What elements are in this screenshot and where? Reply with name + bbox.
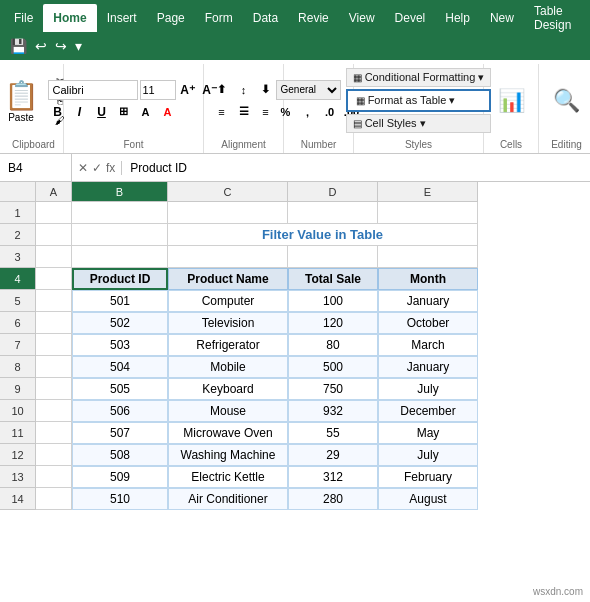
tab-page[interactable]: Page	[147, 4, 195, 32]
cell-r12-c2[interactable]: Washing Machine	[168, 444, 288, 466]
cell-r13-c1[interactable]: 509	[72, 466, 168, 488]
tab-table-design[interactable]: Table Design	[524, 4, 581, 32]
fx-button[interactable]: fx	[106, 161, 115, 175]
row-header-8[interactable]: 8	[0, 356, 36, 378]
cell-r2-c0[interactable]	[36, 224, 72, 246]
cell-r13-c4[interactable]: February	[378, 466, 478, 488]
cell-r11-c4[interactable]: May	[378, 422, 478, 444]
cell-r2-c1[interactable]	[72, 224, 168, 246]
cell-r13-c2[interactable]: Electric Kettle	[168, 466, 288, 488]
font-name-input[interactable]	[48, 80, 138, 100]
cell-r7-c1[interactable]: 503	[72, 334, 168, 356]
align-center-button[interactable]: ☰	[234, 102, 254, 122]
cell-r11-c3[interactable]: 55	[288, 422, 378, 444]
tab-data[interactable]: Data	[243, 4, 288, 32]
align-top-button[interactable]: ⬆	[212, 80, 232, 100]
cell-r3-c0[interactable]	[36, 246, 72, 268]
undo-button[interactable]: ↩	[33, 36, 49, 56]
cell-r10-c4[interactable]: December	[378, 400, 478, 422]
cell-r7-c4[interactable]: March	[378, 334, 478, 356]
number-format-select[interactable]: General	[276, 80, 341, 100]
row-header-2[interactable]: 2	[0, 224, 36, 246]
formula-input[interactable]: Product ID	[122, 161, 590, 175]
row-header-9[interactable]: 9	[0, 378, 36, 400]
tab-form[interactable]: Form	[195, 4, 243, 32]
cell-r8-c4[interactable]: January	[378, 356, 478, 378]
cell-r14-c1[interactable]: 510	[72, 488, 168, 510]
col-header-a[interactable]: A	[36, 182, 72, 202]
tab-revie[interactable]: Revie	[288, 4, 339, 32]
col-header-d[interactable]: D	[288, 182, 378, 202]
align-bottom-button[interactable]: ⬇	[256, 80, 276, 100]
cell-r11-c0[interactable]	[36, 422, 72, 444]
bold-button[interactable]: B	[48, 102, 68, 122]
row-header-12[interactable]: 12	[0, 444, 36, 466]
tab-tell-me[interactable]: Tell me	[581, 4, 590, 32]
cell-r1-c3[interactable]	[288, 202, 378, 224]
cell-r2-c2[interactable]: Filter Value in Table	[168, 224, 478, 246]
cell-r9-c3[interactable]: 750	[288, 378, 378, 400]
cancel-formula-button[interactable]: ✕	[78, 161, 88, 175]
percent-button[interactable]: %	[276, 102, 296, 122]
underline-button[interactable]: U	[92, 102, 112, 122]
cell-r6-c3[interactable]: 120	[288, 312, 378, 334]
tab-insert[interactable]: Insert	[97, 4, 147, 32]
confirm-formula-button[interactable]: ✓	[92, 161, 102, 175]
cell-r10-c1[interactable]: 506	[72, 400, 168, 422]
cell-r12-c0[interactable]	[36, 444, 72, 466]
cell-r9-c0[interactable]	[36, 378, 72, 400]
cell-r6-c1[interactable]: 502	[72, 312, 168, 334]
cell-r12-c4[interactable]: July	[378, 444, 478, 466]
redo-button[interactable]: ↪	[53, 36, 69, 56]
align-middle-button[interactable]: ↕	[234, 80, 254, 100]
cell-r7-c0[interactable]	[36, 334, 72, 356]
format-as-table-button[interactable]: ▦ Format as Table ▾	[346, 89, 492, 112]
tab-home[interactable]: Home	[43, 4, 96, 32]
more-button[interactable]: ▾	[73, 36, 84, 56]
align-left-button[interactable]: ≡	[212, 102, 232, 122]
increase-decimal-button[interactable]: .0	[320, 102, 340, 122]
cell-r10-c2[interactable]: Mouse	[168, 400, 288, 422]
cell-styles-button[interactable]: ▤ Cell Styles ▾	[346, 114, 492, 133]
tab-file[interactable]: File	[4, 4, 43, 32]
cell-r4-c4[interactable]: Month	[378, 268, 478, 290]
cell-r9-c2[interactable]: Keyboard	[168, 378, 288, 400]
cell-r5-c1[interactable]: 501	[72, 290, 168, 312]
cell-r14-c0[interactable]	[36, 488, 72, 510]
cell-r1-c2[interactable]	[168, 202, 288, 224]
font-size-input[interactable]	[140, 80, 176, 100]
cell-r3-c1[interactable]	[72, 246, 168, 268]
tab-devel[interactable]: Devel	[385, 4, 436, 32]
row-header-6[interactable]: 6	[0, 312, 36, 334]
cell-r5-c3[interactable]: 100	[288, 290, 378, 312]
tab-view[interactable]: View	[339, 4, 385, 32]
cell-r7-c2[interactable]: Refrigerator	[168, 334, 288, 356]
italic-button[interactable]: I	[70, 102, 90, 122]
cell-r8-c3[interactable]: 500	[288, 356, 378, 378]
cell-r14-c4[interactable]: August	[378, 488, 478, 510]
row-header-1[interactable]: 1	[0, 202, 36, 224]
tab-new[interactable]: New	[480, 4, 524, 32]
cell-r6-c0[interactable]	[36, 312, 72, 334]
cell-r12-c3[interactable]: 29	[288, 444, 378, 466]
row-header-11[interactable]: 11	[0, 422, 36, 444]
conditional-formatting-button[interactable]: ▦ Conditional Formatting ▾	[346, 68, 492, 87]
row-header-4[interactable]: 4	[0, 268, 36, 290]
cell-r1-c4[interactable]	[378, 202, 478, 224]
cell-r8-c2[interactable]: Mobile	[168, 356, 288, 378]
cell-r3-c3[interactable]	[288, 246, 378, 268]
cell-r9-c1[interactable]: 505	[72, 378, 168, 400]
cell-reference[interactable]: B4	[0, 154, 72, 181]
cell-r9-c4[interactable]: July	[378, 378, 478, 400]
cell-r13-c0[interactable]	[36, 466, 72, 488]
cell-r6-c4[interactable]: October	[378, 312, 478, 334]
cell-r14-c3[interactable]: 280	[288, 488, 378, 510]
fill-color-button[interactable]: A	[136, 102, 156, 122]
cell-r3-c4[interactable]	[378, 246, 478, 268]
row-header-5[interactable]: 5	[0, 290, 36, 312]
cell-r11-c2[interactable]: Microwave Oven	[168, 422, 288, 444]
col-header-c[interactable]: C	[168, 182, 288, 202]
cell-r4-c1[interactable]: Product ID	[72, 268, 168, 290]
cell-r5-c2[interactable]: Computer	[168, 290, 288, 312]
cell-r1-c1[interactable]	[72, 202, 168, 224]
